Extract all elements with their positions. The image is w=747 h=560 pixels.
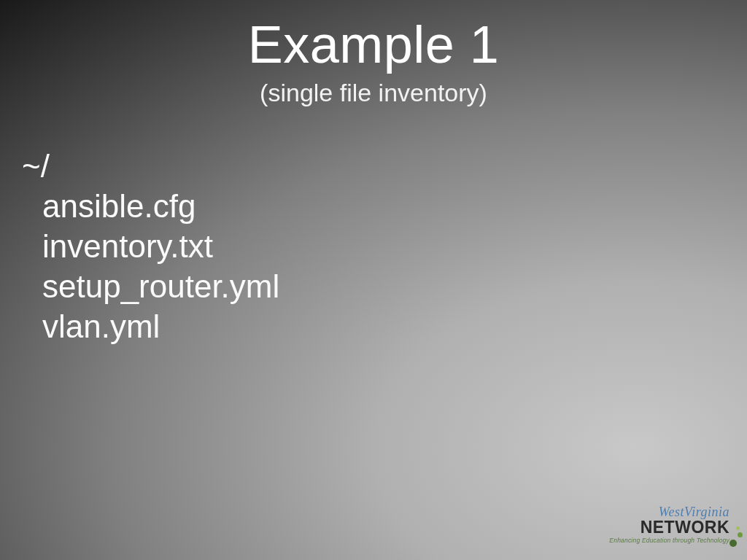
slide-subtitle: (single file inventory) [0,79,747,107]
file-tree: ~/ ansible.cfg inventory.txt setup_route… [22,146,279,346]
logo-tagline: Enhancing Education through Technology [609,537,729,544]
fs-file: vlan.yml [42,306,279,346]
wvnet-logo: WestVirginia NETWORK Enhancing Education… [595,505,734,550]
slide: Example 1 (single file inventory) ~/ ans… [0,0,747,560]
slide-title: Example 1 [0,15,747,74]
fs-file: inventory.txt [42,226,279,266]
logo-network-text: NETWORK [640,518,729,537]
fs-file: setup_router.yml [42,266,279,306]
fs-file: ansible.cfg [42,186,279,226]
fs-root: ~/ [22,146,279,186]
fs-file-list: ansible.cfg inventory.txt setup_router.y… [22,186,279,346]
